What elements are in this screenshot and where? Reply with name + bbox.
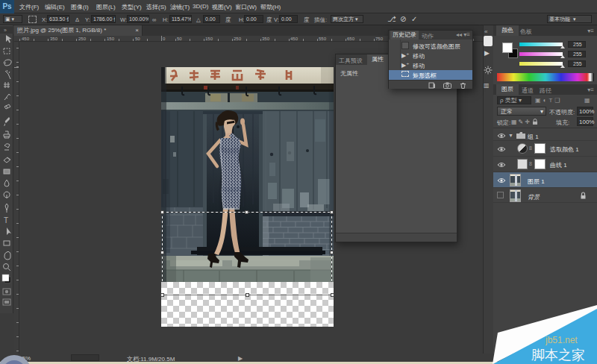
svg-text:450: 450 — [22, 37, 30, 41]
svg-text:550: 550 — [319, 37, 327, 41]
svg-text:150: 150 — [205, 37, 213, 41]
svg-text:T: T — [4, 216, 8, 225]
svg-text:150: 150 — [107, 37, 115, 41]
svg-text:50: 50 — [177, 37, 182, 41]
svg-text:»: » — [4, 28, 7, 33]
svg-text:650: 650 — [347, 37, 355, 41]
svg-text:jb51.net: jb51.net — [545, 335, 578, 345]
svg-text:350: 350 — [50, 37, 58, 41]
svg-text:250: 250 — [78, 37, 87, 41]
svg-text:250: 250 — [234, 37, 242, 41]
svg-text:0: 0 — [163, 37, 166, 41]
svg-text:350: 350 — [262, 37, 270, 41]
svg-text:750: 750 — [375, 37, 384, 41]
svg-text:脚本之家: 脚本之家 — [531, 348, 585, 363]
svg-text:450: 450 — [290, 37, 298, 41]
svg-text:50: 50 — [135, 37, 140, 41]
